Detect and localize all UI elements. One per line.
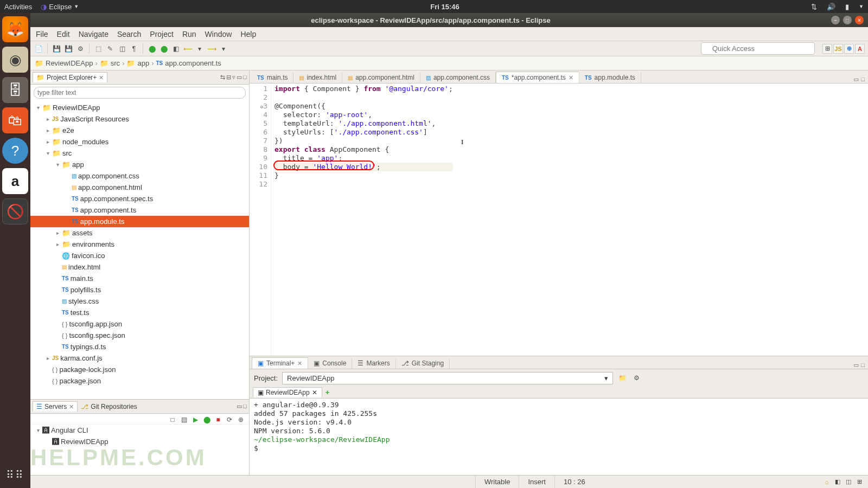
close-icon[interactable]: ✕ — [569, 74, 573, 81]
git-repos-tab[interactable]: ⎇ Git Repositories — [78, 402, 140, 412]
highlight-icon[interactable]: ✎ — [105, 44, 115, 54]
network-icon[interactable]: ⇅ — [811, 3, 817, 11]
new-terminal-icon[interactable]: + — [322, 388, 330, 396]
tree-twistie-icon[interactable]: ▸ — [55, 230, 60, 236]
collapse-icon[interactable]: ⊟ — [226, 74, 231, 81]
fwd-icon[interactable]: ⟶ — [207, 44, 216, 54]
maximize-button[interactable]: □ — [843, 16, 852, 24]
tree-item[interactable]: TSapp.component.spec.ts — [30, 193, 249, 204]
activities-button[interactable]: Activities — [4, 3, 32, 11]
terminal-output[interactable]: + angular-ide@0.9.39added 57 packages in… — [250, 399, 868, 475]
git-staging-tab[interactable]: ⎇Git Staging — [396, 358, 450, 369]
open-folder-icon[interactable]: 📁 — [617, 373, 627, 383]
debug-icon[interactable]: ⬤ — [159, 44, 169, 54]
sb-ic3[interactable]: ◫ — [844, 478, 853, 486]
maximize-view-icon[interactable]: □ — [243, 74, 247, 81]
settings-icon[interactable]: ⚙ — [631, 373, 641, 383]
save-icon[interactable]: 💾 — [52, 44, 61, 54]
files-icon[interactable]: 🗄 — [2, 77, 28, 103]
editor-tab[interactable]: TSapp.module.ts — [579, 72, 641, 83]
sb-ic4[interactable]: ⊞ — [855, 478, 864, 486]
back-icon[interactable]: ⟵ — [183, 44, 193, 54]
sb-home-icon[interactable]: ⌂ — [822, 478, 831, 486]
tree-item[interactable]: ▸📁e2e — [30, 125, 249, 136]
close-icon[interactable]: ✕ — [312, 389, 317, 396]
tree-twistie-icon[interactable]: ▸ — [55, 241, 60, 247]
menu-project[interactable]: Project — [150, 30, 174, 38]
toggle-icon[interactable]: ⬚ — [93, 44, 103, 54]
srv-ic2[interactable]: ▤ — [179, 415, 189, 425]
tree-item[interactable]: TSpolyfills.ts — [30, 284, 249, 296]
breadcrumb-item[interactable]: app.component.ts — [165, 59, 221, 67]
software-icon[interactable]: 🛍 — [2, 107, 28, 133]
save-all-icon[interactable]: 💾 — [63, 44, 73, 54]
tree-twistie-icon[interactable]: ▾ — [55, 162, 60, 168]
tree-twistie-icon[interactable]: ▾ — [35, 427, 41, 433]
tree-item[interactable]: TStest.ts — [30, 307, 249, 318]
minimize-view-icon[interactable]: ▭ — [237, 74, 242, 81]
para-icon[interactable]: ¶ — [129, 44, 139, 54]
filter-input[interactable] — [34, 87, 246, 99]
show-apps-icon[interactable]: ⠿⠿ — [6, 468, 24, 481]
tree-item[interactable]: ▸📁node_modules — [30, 136, 249, 147]
breadcrumb-item[interactable]: app — [137, 59, 149, 67]
tree-item[interactable]: TSapp.module.ts — [30, 216, 249, 227]
tree-twistie-icon[interactable]: ▸ — [45, 127, 50, 133]
help-icon[interactable]: ? — [2, 138, 28, 164]
maximize-view-icon[interactable]: □ — [861, 362, 865, 369]
console-tab[interactable]: ▣Console — [308, 358, 352, 369]
blocked-icon[interactable]: 🚫 — [2, 198, 28, 224]
tree-item[interactable]: ▾📁app — [30, 159, 249, 170]
servers-tab[interactable]: ☰ Servers ✕ — [33, 401, 78, 412]
terminal-tab[interactable]: ▣Terminal+✕ — [252, 357, 308, 369]
battery-icon[interactable]: ▮ — [845, 3, 849, 11]
minimize-button[interactable]: – — [831, 16, 840, 24]
tree-twistie-icon[interactable]: ▸ — [45, 139, 50, 145]
perspective-button[interactable]: ⊕ — [844, 44, 854, 54]
servers-tree[interactable]: ▾🅰Angular CLI🅰ReviewIDEApp — [30, 425, 249, 475]
perspective-button[interactable]: JS — [833, 44, 843, 54]
volume-icon[interactable]: 🔊 — [827, 3, 835, 11]
editor-tab[interactable]: ▤app.component.html — [342, 72, 420, 83]
tree-item[interactable]: TSapp.component.ts — [30, 204, 249, 216]
firefox-icon[interactable]: 🦊 — [2, 16, 28, 42]
maximize-view-icon[interactable]: □ — [861, 76, 865, 83]
menu-edit[interactable]: Edit — [57, 30, 70, 38]
srv-stop-icon[interactable]: ■ — [213, 415, 223, 425]
code-editor[interactable]: 12⊖3456789101112 I import { Component } … — [250, 84, 868, 356]
amazon-icon[interactable]: a — [2, 168, 28, 194]
tree-item[interactable]: 🌐favicon.ico — [30, 250, 249, 261]
minimize-view-icon[interactable]: ▭ — [853, 362, 859, 369]
editor-tab[interactable]: TSmain.ts — [252, 72, 293, 83]
srv-ic4[interactable]: ⊕ — [236, 415, 246, 425]
clock[interactable]: Fri 15:46 — [79, 3, 811, 11]
fwd-drop-icon[interactable]: ▾ — [219, 44, 228, 54]
srv-start-icon[interactable]: ▶ — [190, 415, 200, 425]
tree-item[interactable]: ▨app.component.css — [30, 170, 249, 182]
tree-twistie-icon[interactable]: ▾ — [35, 105, 41, 111]
srv-debug-icon[interactable]: ⬤ — [202, 415, 212, 425]
tree-item[interactable]: ▸JSkarma.conf.js — [30, 352, 249, 364]
quick-access-input[interactable] — [701, 42, 815, 55]
app-menu[interactable]: ◑ Eclipse ▼ — [41, 3, 79, 11]
tree-item[interactable]: ▾📁ReviewIDEApp — [30, 102, 249, 113]
build-icon[interactable]: ⚙ — [75, 44, 85, 54]
breadcrumb-item[interactable]: ReviewIDEApp — [46, 59, 93, 67]
menu-search[interactable]: Search — [117, 30, 141, 38]
close-button[interactable]: × — [855, 16, 864, 24]
tree-item[interactable]: ▸📁assets — [30, 227, 249, 239]
code-area[interactable]: I import { Component } from '@angular/co… — [271, 84, 453, 356]
editor-tab[interactable]: ▨app.component.css — [420, 72, 496, 83]
stop-icon[interactable]: ◧ — [171, 44, 181, 54]
editor-tab[interactable]: ▤index.html — [293, 72, 342, 83]
maximize-view-icon[interactable]: □ — [243, 403, 247, 410]
titlebar[interactable]: eclipse-workspace - ReviewIDEApp/src/app… — [30, 13, 868, 27]
power-icon[interactable]: ▼ — [859, 4, 864, 9]
minimize-view-icon[interactable]: ▭ — [853, 76, 859, 83]
project-select[interactable]: ReviewIDEApp▾ — [282, 372, 613, 384]
editor-tab[interactable]: TS*app.component.ts✕ — [496, 72, 579, 83]
tree-twistie-icon[interactable]: ▸ — [45, 355, 50, 361]
tree-item[interactable]: 🅰ReviewIDEApp — [30, 436, 249, 447]
tree-item[interactable]: ▸JSJavaScript Resources — [30, 113, 249, 125]
mark-icon[interactable]: ◫ — [117, 44, 127, 54]
